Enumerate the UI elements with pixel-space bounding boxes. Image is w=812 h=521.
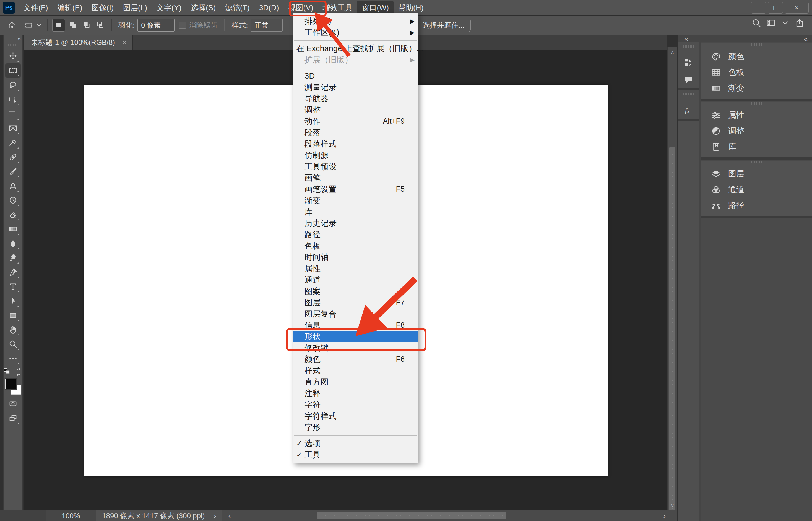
window-menu-item[interactable]: 图层复合 <box>293 308 418 320</box>
brush-tool[interactable] <box>5 164 21 179</box>
quick-mask-button[interactable] <box>5 397 21 411</box>
window-menu-item[interactable]: 在 Exchange 上查找扩展（旧版）... <box>293 43 418 54</box>
menubar-item[interactable]: 3D(D) <box>254 2 284 14</box>
window-menu-item[interactable]: 路径 <box>293 229 418 240</box>
panel-grip[interactable] <box>751 102 762 105</box>
panel-button-fx[interactable]: fx <box>684 105 694 115</box>
status-expand-icon[interactable]: › <box>213 512 216 520</box>
menubar-item[interactable]: 文字(Y) <box>152 1 186 15</box>
expand-tools-icon[interactable]: » <box>17 35 22 43</box>
search-icon[interactable] <box>752 18 761 28</box>
panel-tab-library[interactable]: 库 <box>701 139 812 155</box>
window-menu-item[interactable]: 形状 <box>293 331 418 342</box>
eraser-tool[interactable] <box>5 207 21 222</box>
window-menu-item[interactable]: 注释 <box>293 388 418 399</box>
panel-tab-palette[interactable]: 颜色 <box>701 49 812 64</box>
zoom-tool[interactable] <box>5 337 21 351</box>
menubar-item[interactable]: 图像(I) <box>87 1 118 15</box>
crop-tool[interactable] <box>5 107 21 121</box>
collapse-strip-icon[interactable]: « <box>684 35 688 43</box>
tools-grip[interactable] <box>8 44 18 46</box>
window-menu-item[interactable]: 工作区(K)▶ <box>293 27 418 38</box>
scroll-down-icon[interactable]: ∨ <box>668 502 677 508</box>
window-menu-item[interactable]: ✓工具 <box>293 449 418 460</box>
new-selection-button[interactable] <box>52 19 65 31</box>
window-menu-item[interactable]: 字符样式 <box>293 410 418 422</box>
window-menu-item[interactable]: 修改键 <box>293 342 418 354</box>
window-menu-item[interactable]: 测量记录 <box>293 82 418 93</box>
screen-mode-button[interactable] <box>5 411 21 425</box>
history-brush-tool[interactable] <box>5 193 21 207</box>
window-menu-item[interactable]: 画笔设置F5 <box>293 184 418 195</box>
panel-tab-paths[interactable]: 路径 <box>701 198 812 213</box>
panel-tab-sliders[interactable]: 属性 <box>701 107 812 123</box>
panel-tab-layers[interactable]: 图层 <box>701 166 812 182</box>
add-selection-button[interactable] <box>67 19 79 31</box>
swap-colors-icon[interactable] <box>15 368 23 376</box>
panel-grip[interactable] <box>683 93 694 95</box>
object-selection-tool[interactable] <box>5 92 21 107</box>
intersect-selection-button[interactable] <box>94 19 107 31</box>
menubar-item[interactable]: 编辑(E) <box>52 1 87 15</box>
antialias-checkbox[interactable] <box>179 22 186 29</box>
window-menu-item[interactable]: 段落 <box>293 127 418 138</box>
frame-tool[interactable] <box>5 121 21 136</box>
hand-tool[interactable] <box>5 322 21 337</box>
scroll-left-icon[interactable]: ‹ <box>228 512 231 520</box>
window-menu-item[interactable]: 渐变 <box>293 195 418 206</box>
home-icon[interactable] <box>8 21 16 29</box>
window-menu-item[interactable]: 色板 <box>293 240 418 252</box>
type-tool[interactable] <box>5 279 21 294</box>
horizontal-scrollbar-thumb[interactable] <box>317 512 506 519</box>
window-menu-item[interactable]: 导航器 <box>293 93 418 104</box>
workspace-icon[interactable] <box>766 18 775 28</box>
minimize-button[interactable]: ─ <box>751 2 766 14</box>
share-icon[interactable] <box>795 18 804 28</box>
select-and-mask-button[interactable]: 选择并遮住... <box>416 19 471 32</box>
panel-grip[interactable] <box>751 161 762 163</box>
window-menu-item[interactable]: 时间轴 <box>293 252 418 263</box>
panel-grip[interactable] <box>751 43 762 46</box>
default-colors-icon[interactable] <box>3 368 12 376</box>
pen-tool[interactable] <box>5 265 21 279</box>
style-select[interactable]: 正常 <box>251 19 283 31</box>
window-menu-item[interactable]: 字形 <box>293 422 418 433</box>
panel-tab-adjust[interactable]: 调整 <box>701 123 812 139</box>
menubar-item[interactable]: 帮助(H) <box>393 1 428 15</box>
menubar-item[interactable]: 视图(V) <box>284 1 318 15</box>
vertical-scrollbar[interactable]: ∧ ∨ <box>667 47 677 510</box>
vertical-scrollbar-thumb[interactable] <box>669 146 675 521</box>
window-menu-item[interactable]: 工具预设 <box>293 161 418 172</box>
chevron-down-icon[interactable] <box>781 18 790 28</box>
window-menu-item[interactable]: 样式 <box>293 365 418 376</box>
rectangular-marquee-tool[interactable] <box>5 63 21 78</box>
lasso-tool[interactable] <box>5 78 21 92</box>
window-menu-item[interactable]: 段落样式 <box>293 138 418 150</box>
panel-button-version-history[interactable] <box>684 58 694 67</box>
window-menu-item[interactable]: 字符 <box>293 399 418 410</box>
gradient-tool[interactable] <box>5 222 21 236</box>
menubar-item[interactable]: 窗口(W) <box>357 1 393 15</box>
document-info[interactable]: 1890 像素 x 1417 像素 (300 ppi) › <box>96 511 222 521</box>
panel-tab-gradient[interactable]: 渐变 <box>701 80 812 96</box>
blur-tool[interactable] <box>5 236 21 251</box>
maximize-button[interactable]: □ <box>768 2 783 14</box>
healing-brush-tool[interactable] <box>5 150 21 164</box>
close-button[interactable]: × <box>785 2 809 14</box>
move-tool[interactable] <box>5 49 21 63</box>
clone-stamp-tool[interactable] <box>5 179 21 193</box>
window-menu-item[interactable]: 通道 <box>293 274 418 286</box>
menubar-item[interactable]: 文件(F) <box>19 1 52 15</box>
window-menu-item[interactable]: 直方图 <box>293 376 418 388</box>
panel-button-comment[interactable] <box>684 75 694 85</box>
window-menu-item[interactable]: 调整 <box>293 104 418 116</box>
feather-input[interactable]: 0 像素 <box>137 19 175 31</box>
window-menu-item[interactable]: 动作Alt+F9 <box>293 116 418 127</box>
foreground-color-swatch[interactable] <box>5 379 16 389</box>
path-selection-tool[interactable] <box>5 294 21 308</box>
panel-tab-channels[interactable]: 通道 <box>701 182 812 198</box>
menubar-item[interactable]: 滤镜(T) <box>220 1 254 15</box>
window-menu-item[interactable]: 仿制源 <box>293 150 418 161</box>
menubar-item[interactable]: 增效工具 <box>318 1 357 15</box>
window-menu-item[interactable]: ✓选项 <box>293 438 418 449</box>
